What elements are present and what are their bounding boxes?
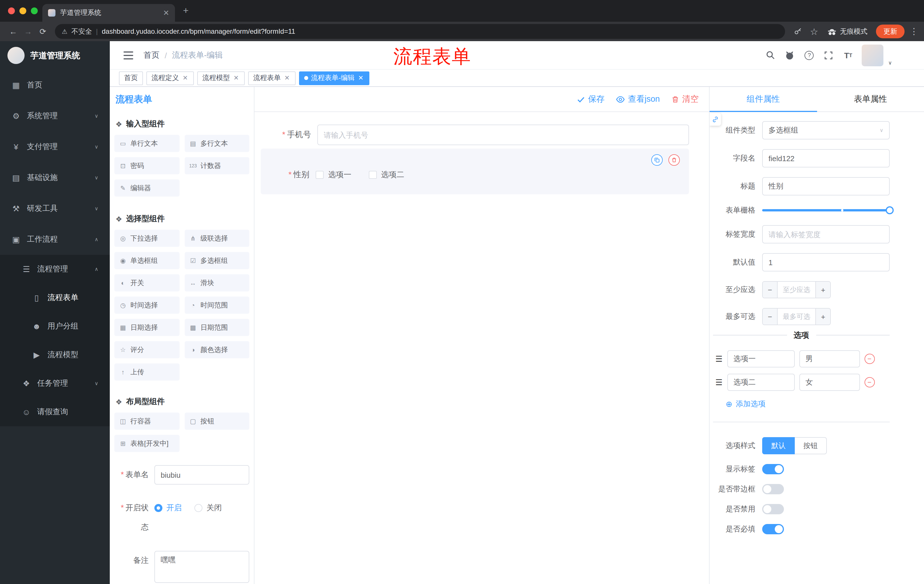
font-size-icon[interactable]: TT (843, 49, 854, 61)
palette-item-editor[interactable]: ✎编辑器 (114, 179, 179, 197)
avatar-dropdown-icon[interactable]: ∨ (888, 60, 892, 66)
sidebar-item-process-model[interactable]: ▶ 流程模型 (0, 341, 110, 369)
required-toggle[interactable] (762, 524, 784, 534)
option-style-default-button[interactable]: 默认 (762, 437, 795, 454)
status-on-label[interactable]: 开启 (167, 503, 182, 513)
gender-option-2[interactable]: 选项二 (368, 170, 404, 180)
slider-handle[interactable] (886, 206, 894, 214)
page-tab-process-model[interactable]: 流程模型 ✕ (197, 71, 245, 85)
max-select-input[interactable] (778, 309, 815, 324)
sidebar-item-devtools[interactable]: ⚒ 研发工具 ∨ (0, 193, 110, 224)
title-input[interactable] (762, 177, 890, 196)
disabled-toggle[interactable] (762, 504, 784, 514)
new-tab-button[interactable]: + (183, 5, 189, 17)
avatar[interactable] (862, 44, 884, 66)
increase-button[interactable]: + (815, 309, 830, 324)
close-tab-icon[interactable]: ✕ (163, 8, 169, 17)
gender-option-1[interactable]: 选项一 (316, 170, 351, 180)
palette-item-button[interactable]: ▢按钮 (185, 413, 249, 430)
option-style-button-button[interactable]: 按钮 (795, 437, 827, 454)
url-text[interactable]: dashboard.yudao.iocoder.cn/bpm/manager/f… (102, 28, 295, 35)
sidebar-item-task-management[interactable]: ❖ 任务管理 ∨ (0, 369, 110, 398)
forward-icon[interactable]: → (21, 27, 35, 36)
form-remark-textarea[interactable]: 嘿嘿 (154, 551, 249, 583)
help-icon[interactable]: ? (804, 49, 815, 61)
selected-component-gender[interactable]: 性别 选项一 选项二 (261, 148, 689, 194)
copy-component-button[interactable] (651, 154, 663, 166)
status-off-label[interactable]: 关闭 (206, 503, 222, 513)
collapse-menu-icon[interactable] (124, 51, 133, 59)
drag-handle-icon[interactable]: ☰ (715, 378, 723, 387)
min-select-input[interactable] (778, 282, 815, 298)
increase-button[interactable]: + (815, 282, 830, 298)
github-icon[interactable] (784, 49, 795, 61)
palette-item-checkbox-group[interactable]: ☑多选框组 (185, 252, 249, 269)
palette-item-time-picker[interactable]: ◷时间选择 (114, 296, 179, 314)
status-on-radio[interactable] (154, 504, 162, 512)
remove-option-button[interactable]: − (864, 377, 874, 387)
label-width-input[interactable] (762, 225, 890, 243)
sidebar-item-payment[interactable]: ¥ 支付管理 ∨ (0, 132, 110, 162)
sidebar-item-system[interactable]: ⚙ 系统管理 ∨ (0, 100, 110, 132)
form-name-input[interactable] (154, 465, 249, 485)
grid-slider[interactable] (762, 209, 890, 211)
drag-handle-icon[interactable]: ☰ (715, 354, 723, 364)
link-affix-button[interactable] (710, 113, 721, 126)
component-type-select[interactable]: 多选框组 ∨ (762, 121, 890, 140)
close-window-button[interactable] (8, 7, 15, 14)
option-label-input[interactable] (727, 350, 794, 367)
save-button[interactable]: 保存 (577, 94, 605, 105)
palette-item-slider[interactable]: ↔滑块 (185, 274, 249, 291)
palette-item-rate[interactable]: ☆评分 (114, 341, 179, 358)
sidebar-item-process-form[interactable]: ▯ 流程表单 (0, 283, 110, 312)
fullscreen-icon[interactable] (823, 49, 835, 61)
checkbox-icon[interactable] (368, 171, 376, 179)
palette-item-time-range[interactable]: ◔时间范围 (185, 296, 249, 314)
decrease-button[interactable]: − (763, 309, 778, 324)
page-tab-process-form-edit[interactable]: 流程表单-编辑 ✕ (299, 71, 370, 85)
remove-option-button[interactable]: − (864, 354, 874, 364)
add-option-button[interactable]: ⊕ 添加选项 (726, 399, 890, 409)
security-label[interactable]: 不安全 (71, 26, 92, 36)
palette-item-upload[interactable]: ↑上传 (114, 364, 179, 380)
tab-form-props[interactable]: 表单属性 (817, 87, 924, 112)
chrome-update-button[interactable]: 更新 (876, 25, 904, 38)
palette-item-multi-text[interactable]: ▤多行文本 (185, 135, 249, 152)
palette-item-color-picker[interactable]: ◑颜色选择 (185, 341, 249, 358)
palette-item-date-picker[interactable]: ▦日期选择 (114, 319, 179, 336)
not-secure-icon[interactable]: ⚠ (62, 28, 68, 35)
palette-item-switch[interactable]: ◐开关 (114, 274, 179, 291)
close-tab-icon[interactable]: ✕ (284, 74, 290, 82)
back-icon[interactable]: ← (6, 27, 21, 36)
minimize-window-button[interactable] (20, 7, 26, 14)
sidebar-item-home[interactable]: ▦ 首页 (0, 70, 110, 100)
sidebar-item-user-group[interactable]: ☻ 用户分组 (0, 312, 110, 341)
password-key-icon[interactable] (794, 27, 802, 36)
palette-item-dropdown[interactable]: ◎下拉选择 (114, 230, 179, 247)
palette-item-single-text[interactable]: ▭单行文本 (114, 135, 179, 152)
option-value-input[interactable] (799, 374, 860, 391)
default-value-input[interactable] (762, 253, 890, 271)
clear-button[interactable]: 清空 (671, 94, 699, 105)
page-tab-process-definition[interactable]: 流程定义 ✕ (146, 71, 194, 85)
view-json-button[interactable]: 查看json (616, 94, 660, 105)
page-tab-home[interactable]: 首页 (119, 71, 143, 85)
field-name-input[interactable] (762, 149, 890, 168)
reload-icon[interactable]: ⟳ (35, 27, 50, 36)
option-label-input[interactable] (727, 374, 794, 391)
palette-item-password[interactable]: ⊡密码 (114, 157, 179, 174)
zoom-window-button[interactable] (31, 7, 38, 14)
status-off-radio[interactable] (195, 504, 202, 512)
palette-item-radio-group[interactable]: ◉单选框组 (114, 252, 179, 269)
delete-component-button[interactable] (668, 154, 680, 166)
bookmark-star-icon[interactable]: ☆ (810, 26, 818, 37)
close-tab-icon[interactable]: ✕ (182, 74, 189, 82)
close-tab-icon[interactable]: ✕ (233, 74, 239, 82)
sidebar-item-leave-query[interactable]: ☺ 请假查询 (0, 398, 110, 426)
palette-item-row-container[interactable]: ◫行容器 (114, 413, 179, 430)
breadcrumb-home[interactable]: 首页 (144, 50, 160, 60)
decrease-button[interactable]: − (763, 282, 778, 298)
option-value-input[interactable] (799, 350, 860, 367)
show-label-toggle[interactable] (762, 464, 784, 474)
palette-item-table[interactable]: ⊞表格[开发中] (114, 435, 179, 452)
